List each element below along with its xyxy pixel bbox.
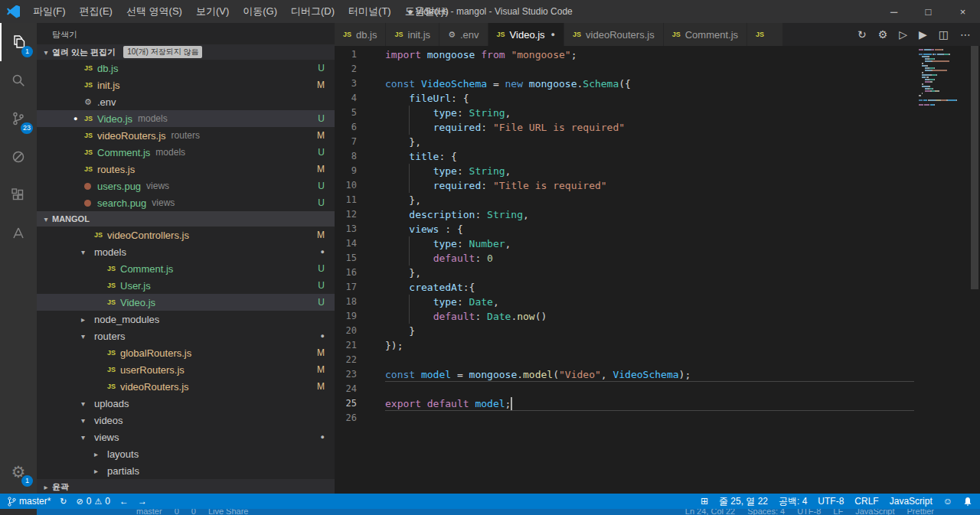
code-line-6[interactable]: 6 required: "File URL is required": [335, 120, 969, 135]
outline-header[interactable]: ▸ 윤곽: [37, 479, 335, 494]
code-line-24[interactable]: 24: [335, 382, 969, 396]
close-button[interactable]: ×: [946, 0, 980, 23]
layout-button[interactable]: ⊞: [701, 496, 708, 507]
code-line-19[interactable]: 19 default: Date.now(): [335, 309, 969, 324]
code-line-17[interactable]: 17 createdAt:{: [335, 280, 969, 295]
activity-debug[interactable]: [0, 138, 37, 176]
code-line-1[interactable]: 1import mongoose from "mongoose";: [335, 47, 969, 62]
code-line-7[interactable]: 7 },: [335, 135, 969, 149]
settings-gear-icon[interactable]: ⚙: [878, 28, 888, 41]
run-icon[interactable]: ▶: [919, 28, 927, 41]
tree-item-layouts[interactable]: ▸layouts: [37, 445, 335, 462]
menu-item-3[interactable]: 보기(V): [189, 5, 236, 18]
code-line-10[interactable]: 10 required: "Title is required": [335, 178, 969, 193]
menu-item-5[interactable]: 디버그(D): [284, 5, 341, 18]
open-editor-routes.js[interactable]: JSroutes.jsM: [37, 161, 335, 178]
tab-.env[interactable]: ⚙.env: [439, 23, 488, 46]
open-editor-Video.js[interactable]: ●JSVideo.jsmodelsU: [37, 110, 335, 127]
tree-item-node_modules[interactable]: ▸node_modules: [37, 311, 335, 328]
split-editor-icon[interactable]: ◫: [939, 28, 949, 41]
activity-settings[interactable]: ⚙ 1: [0, 452, 37, 491]
code-line-18[interactable]: 18 type: Date,: [335, 295, 969, 309]
tree-item-globalRouters.js[interactable]: JSglobalRouters.jsM: [37, 344, 335, 361]
activity-source-control[interactable]: 23: [0, 99, 37, 138]
code-line-9[interactable]: 9 type: String,: [335, 164, 969, 178]
menu-item-0[interactable]: 파일(F): [26, 5, 73, 18]
open-editor-.env[interactable]: ⚙.env: [37, 93, 335, 110]
tab-videoRouters.js[interactable]: JSvideoRouters.js: [564, 23, 664, 46]
nav-forward-button[interactable]: →: [138, 496, 147, 507]
code-line-20[interactable]: 20 }: [335, 324, 969, 338]
menu-item-1[interactable]: 편집(E): [73, 5, 119, 18]
run-without-debug-icon[interactable]: ▷: [899, 28, 907, 41]
feedback-button[interactable]: ☺: [943, 496, 952, 507]
code-line-11[interactable]: 11 },: [335, 193, 969, 207]
language-mode-button[interactable]: JavaScript: [890, 496, 933, 507]
sync-icon[interactable]: ↻: [858, 28, 867, 41]
tree-item-partials[interactable]: ▸partials: [37, 462, 335, 479]
activity-azure[interactable]: [0, 214, 37, 253]
code-line-14[interactable]: 14 type: Number,: [335, 236, 969, 251]
menu-item-4[interactable]: 이동(G): [236, 5, 284, 18]
code-line-25[interactable]: 25export default model;: [335, 396, 969, 411]
code-line-21[interactable]: 21});: [335, 338, 969, 353]
open-editor-Comment.js[interactable]: JSComment.jsmodelsU: [37, 144, 335, 161]
code-line-3[interactable]: 3const VideoSchema = new mongoose.Schema…: [335, 77, 969, 91]
tab-init.js[interactable]: JSinit.js: [386, 23, 439, 46]
tree-item-routers[interactable]: ▾routers●: [37, 328, 335, 344]
code-line-22[interactable]: 22: [335, 353, 969, 367]
tab-Video.js[interactable]: JSVideo.js●: [488, 23, 564, 46]
tab-overflow[interactable]: JS: [747, 23, 782, 46]
code-line-5[interactable]: 5 type: String,: [335, 106, 969, 120]
activity-search[interactable]: [0, 61, 37, 99]
problems-button[interactable]: ⊘ 0 ⚠ 0: [77, 496, 110, 507]
code-line-13[interactable]: 13 views : {: [335, 222, 969, 236]
tree-item-userRouters.js[interactable]: JSuserRouters.jsM: [37, 361, 335, 378]
tree-item-models[interactable]: ▾models●: [37, 243, 335, 260]
open-editor-init.js[interactable]: JSinit.jsM: [37, 77, 335, 93]
editor-pane[interactable]: 1import mongoose from "mongoose";23const…: [335, 46, 980, 494]
indentation-button[interactable]: 공백: 4: [779, 495, 807, 508]
tree-item-views[interactable]: ▾views●: [37, 429, 335, 445]
git-branch-button[interactable]: master*: [8, 496, 51, 507]
code-line-23[interactable]: 23const model = mongoose.model("Video", …: [335, 367, 969, 382]
more-actions-icon[interactable]: ⋯: [960, 28, 971, 41]
sync-button[interactable]: ↻: [60, 497, 67, 507]
open-editor-users.pug[interactable]: users.pugviewsU: [37, 178, 335, 194]
activity-explorer[interactable]: 1: [0, 23, 37, 61]
tab-Comment.js[interactable]: JSComment.js: [664, 23, 747, 46]
code-line-15[interactable]: 15 default: 0: [335, 251, 969, 266]
maximize-button[interactable]: □: [911, 0, 946, 23]
minimize-button[interactable]: ─: [877, 0, 911, 23]
tree-item-Comment.js[interactable]: JSComment.jsU: [37, 260, 335, 277]
menu-item-6[interactable]: 터미널(T): [341, 5, 398, 18]
tree-item-videoControllers.js[interactable]: JSvideoControllers.jsM: [37, 227, 335, 243]
notifications-button[interactable]: [963, 497, 972, 507]
code-line-4[interactable]: 4 fileUrl: {: [335, 91, 969, 106]
scrollbar-thumb[interactable]: [971, 46, 978, 289]
tree-item-uploads[interactable]: ▾uploads: [37, 395, 335, 412]
minimap[interactable]: [919, 49, 957, 109]
activity-extensions[interactable]: [0, 176, 37, 214]
cursor-position-button[interactable]: 줄 25, 열 22: [719, 495, 768, 508]
editor-scrollbar[interactable]: [969, 46, 980, 494]
code-line-8[interactable]: 8 title: {: [335, 149, 969, 164]
open-editor-search.pug[interactable]: search.pugviewsU: [37, 194, 335, 211]
code-line-16[interactable]: 16 },: [335, 266, 969, 280]
tree-item-User.js[interactable]: JSUser.jsU: [37, 277, 335, 294]
open-editor-videoRouters.js[interactable]: JSvideoRouters.jsroutersM: [37, 127, 335, 144]
open-editors-header[interactable]: ▾ 열려 있는 편집기 10(개) 저장되지 않음: [37, 44, 335, 60]
code-line-2[interactable]: 2: [335, 62, 969, 77]
eol-button[interactable]: CRLF: [854, 496, 878, 507]
project-root-header[interactable]: ▾ MANGOL: [37, 211, 335, 227]
tree-item-videos[interactable]: ▾videos: [37, 412, 335, 429]
tab-db.js[interactable]: JSdb.js: [335, 23, 386, 46]
tree-item-Video.js[interactable]: JSVideo.jsU: [37, 294, 335, 311]
open-editor-db.js[interactable]: JSdb.jsU: [37, 60, 335, 77]
nav-back-button[interactable]: ←: [119, 496, 129, 507]
code-line-26[interactable]: 26: [335, 411, 969, 425]
tree-item-videoRouters.js[interactable]: JSvideoRouters.jsM: [37, 378, 335, 395]
code-line-12[interactable]: 12 description: String,: [335, 207, 969, 222]
encoding-button[interactable]: UTF-8: [818, 496, 844, 507]
menu-item-2[interactable]: 선택 영역(S): [119, 5, 189, 18]
